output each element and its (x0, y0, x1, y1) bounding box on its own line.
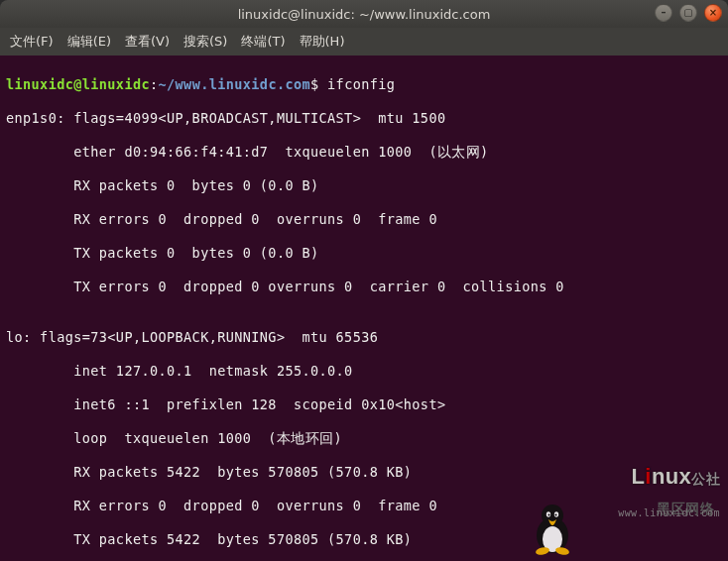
output-line: RX packets 5422 bytes 570805 (570.8 KB) (6, 464, 722, 481)
output-line: inet6 ::1 prefixlen 128 scopeid 0x10<hos… (6, 396, 722, 413)
prompt-line-1: linuxidc@linuxidc:~/www.linuxidc.com$ if… (6, 76, 722, 93)
output-line: RX packets 0 bytes 0 (0.0 B) (6, 177, 722, 194)
command-ifconfig: ifconfig (327, 76, 395, 92)
svg-point-5 (548, 514, 550, 516)
window-title: linuxidc@linuxidc: ~/www.linuxidc.com (238, 7, 491, 22)
menu-help[interactable]: 帮助(H) (300, 33, 345, 51)
prompt-path: ~/www.linuxidc.com (159, 76, 311, 92)
maximize-icon: ▢ (683, 8, 692, 18)
prompt-user: linuxidc@linuxidc (6, 76, 150, 92)
minimize-button[interactable]: – (655, 4, 672, 22)
output-line: RX errors 0 dropped 0 overruns 0 frame 0 (6, 211, 722, 228)
output-line: TX packets 5422 bytes 570805 (570.8 KB) (6, 531, 722, 548)
menu-search[interactable]: 搜索(S) (183, 33, 227, 51)
svg-point-8 (555, 546, 570, 555)
watermark-top-text: 黑区网络 (657, 501, 714, 517)
output-line: ether d0:94:66:f4:41:d7 txqueuelen 1000 … (6, 144, 722, 161)
output-line: TX packets 0 bytes 0 (0.0 B) (6, 245, 722, 262)
minimize-icon: – (662, 8, 667, 18)
menu-edit[interactable]: 编辑(E) (67, 33, 111, 51)
output-line: loop txqueuelen 1000 (本地环回) (6, 430, 722, 447)
menu-view[interactable]: 查看(V) (125, 33, 170, 51)
output-line: inet 127.0.0.1 netmask 255.0.0.0 (6, 363, 722, 380)
window-titlebar: linuxidc@linuxidc: ~/www.linuxidc.com – … (0, 0, 728, 28)
menu-terminal[interactable]: 终端(T) (241, 33, 285, 51)
output-line: TX errors 0 dropped 0 overruns 0 carrier… (6, 279, 722, 295)
close-icon: × (709, 8, 717, 18)
menu-file[interactable]: 文件(F) (10, 33, 54, 51)
maximize-button[interactable]: ▢ (679, 4, 697, 22)
prompt-dollar: $ (310, 76, 319, 92)
output-line: RX errors 0 dropped 0 overruns 0 frame 0 (6, 498, 722, 514)
window-controls: – ▢ × (655, 4, 722, 22)
output-line: lo: flags=73<UP,LOOPBACK,RUNNING> mtu 65… (6, 329, 722, 346)
terminal-pane[interactable]: linuxidc@linuxidc:~/www.linuxidc.com$ if… (0, 56, 728, 561)
prompt-colon: : (150, 76, 159, 92)
svg-point-7 (536, 546, 550, 555)
close-button[interactable]: × (704, 4, 722, 22)
output-line: enp1s0: flags=4099<UP,BROADCAST,MULTICAS… (6, 110, 722, 127)
svg-point-6 (555, 514, 557, 516)
menu-bar: 文件(F) 编辑(E) 查看(V) 搜索(S) 终端(T) 帮助(H) (0, 28, 728, 56)
